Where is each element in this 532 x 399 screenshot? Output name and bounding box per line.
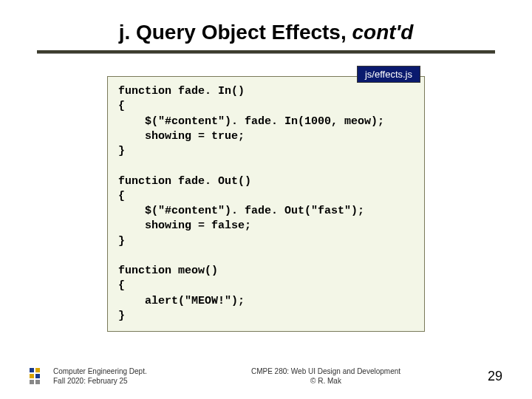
code-line: {: [118, 100, 125, 112]
footer-mid: CMPE 280: Web UI Design and Development …: [179, 366, 473, 386]
footer: Computer Engineering Dept. Fall 2020: Fe…: [0, 366, 532, 386]
footer-left: Computer Engineering Dept. Fall 2020: Fe…: [53, 366, 179, 386]
footer-term: Fall 2020: February 25: [53, 376, 179, 386]
code-line: }: [118, 310, 125, 322]
code-line: [118, 160, 125, 172]
title-rule: [37, 50, 495, 54]
code-line: $("#content"). fade. Out("fast");: [118, 205, 364, 217]
file-label: js/effects.js: [357, 66, 420, 83]
footer-course: CMPE 280: Web UI Design and Development: [179, 366, 473, 376]
code-box: function fade. In() { $("#content"). fad…: [107, 76, 425, 332]
code-line: function fade. Out(): [118, 175, 251, 188]
code-line: function fade. In(): [118, 85, 245, 98]
code-line: }: [118, 235, 125, 248]
title-main: j. Query Object Effects,: [119, 21, 352, 44]
code-line: {: [118, 190, 125, 202]
slide: j. Query Object Effects, cont'd js/effec…: [0, 0, 532, 399]
code-wrapper: js/effects.js function fade. In() { $("#…: [107, 76, 425, 332]
code-line: {: [118, 279, 125, 292]
code-line: showing = false;: [118, 219, 251, 232]
code-line: showing = true;: [118, 130, 245, 143]
code-line: alert("MEOW!");: [118, 295, 245, 307]
code-line: }: [118, 145, 125, 157]
code-line: function meow(): [118, 265, 218, 277]
sjsu-logo-icon: [30, 368, 40, 384]
slide-title: j. Query Object Effects, cont'd: [30, 21, 502, 44]
title-contd: cont'd: [352, 21, 414, 44]
footer-author: © R. Mak: [179, 376, 473, 386]
footer-dept: Computer Engineering Dept.: [53, 366, 179, 376]
page-number: 29: [473, 369, 502, 384]
code-line: [118, 250, 125, 262]
code-line: $("#content"). fade. In(1000, meow);: [118, 115, 384, 128]
